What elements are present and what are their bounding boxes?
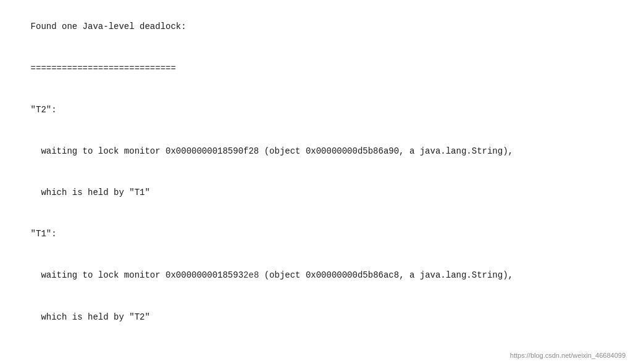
t1-label-line: "T1": [10,213,623,255]
blank-line-1 [10,337,623,351]
t2-held-line: which is held by "T1" [10,172,623,213]
t1-wait-line: waiting to lock monitor 0x00000000185932… [10,255,623,296]
watermark: https://blog.csdn.net/weixin_46684099 [510,352,626,359]
t2-label-text: "T2": [31,105,57,115]
separator-1: ============================ [10,48,623,89]
t1-held-line: which is held by "T2" [10,296,623,337]
main-container: Found one Java-level deadlock: =========… [0,0,633,364]
title-text: Found one Java-level deadlock: [31,22,187,31]
watermark-text: https://blog.csdn.net/weixin_46684099 [510,352,626,359]
t2-wait-line: waiting to lock monitor 0x0000000018590f… [10,131,623,172]
t1-held-text: which is held by "T2" [31,312,150,322]
title-line: Found one Java-level deadlock: [10,6,623,48]
t1-label-text: "T1": [31,229,57,239]
t2-held-text: which is held by "T1" [31,188,150,197]
t2-label-line: "T2": [10,89,623,130]
separator1-text: ============================ [31,64,176,73]
t2-wait-text: waiting to lock monitor 0x0000000018590f… [31,146,513,156]
